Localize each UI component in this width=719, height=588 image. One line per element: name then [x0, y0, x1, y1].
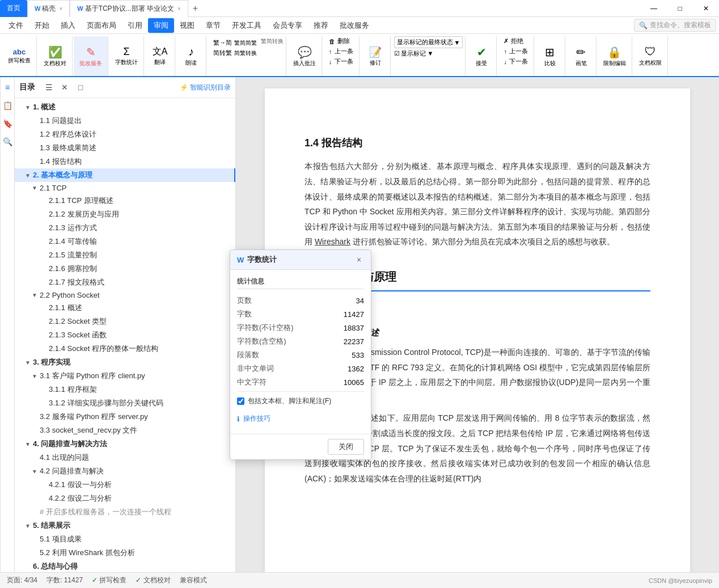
menu-layout[interactable]: 页面布局 [81, 18, 122, 33]
toc-item-4-2-1[interactable]: 4.2.1 假设一与分析 [15, 478, 235, 492]
menu-review-service[interactable]: 批改服务 [334, 18, 375, 33]
sidebar-btn-1[interactable]: ☰ [42, 81, 56, 94]
tab-doc[interactable]: W 基于TCP协议...部署 毕业论文 × [70, 0, 188, 17]
doc-check-btn[interactable]: ✅ 文档校对 [40, 36, 70, 76]
toc-item-2-2-3[interactable]: 2.1.3 Socket 函数 [15, 328, 235, 342]
toc-item-2-1-7[interactable]: 2.1.7 报文段格式 [15, 276, 235, 289]
translate-btn[interactable]: 文A 翻译 [147, 36, 172, 76]
spell-check-btn[interactable]: abc 拼写检查 [5, 36, 34, 76]
toc-item-1[interactable]: ▼ 1. 概述 [15, 100, 235, 114]
tab-home[interactable]: 首页 [0, 0, 27, 17]
toc-item-4-x[interactable]: # 开启多线程服务器，一次连接一个线程 [15, 505, 235, 519]
reject-btn[interactable]: ✗ 拒绝 [500, 36, 531, 46]
toc-item-2-2-2[interactable]: 2.1.2 Socket 类型 [15, 315, 235, 328]
toc-item-2[interactable]: ▼ 2. 基本概念与原理 [15, 168, 235, 182]
toc-item-2-1-6[interactable]: 2.1.6 拥塞控制 [15, 262, 235, 276]
doc-permission-btn[interactable]: 🛡 文档权限 [636, 36, 665, 76]
sidebar-btn-3[interactable]: □ [74, 81, 87, 94]
delete-btn[interactable]: 🗑 删除 [325, 36, 357, 46]
tab-add[interactable]: + [188, 3, 202, 14]
show-markup-btn[interactable]: ☑ 显示标记 ▼ [394, 49, 463, 58]
toc-item-2-1-5[interactable]: 2.1.5 流量控制 [15, 248, 235, 262]
toc-item-1-1[interactable]: 1.1 问题提出 [15, 114, 235, 128]
smart-toc-btn[interactable]: ⚡ 智能识别目录 [180, 83, 231, 92]
tab-home-label: 首页 [7, 3, 20, 13]
toc-item-1-3[interactable]: 1.3 最终成果简述 [15, 141, 235, 155]
maximize-btn[interactable]: □ [667, 0, 693, 17]
restrict-edit-btn[interactable]: 🔒 限制编辑 [600, 36, 629, 76]
toc-item-2-2-1[interactable]: 2.1.1 概述 [15, 301, 235, 315]
toc-item-2-2-4[interactable]: 2.1.4 Socket 程序的整体一般结构 [15, 342, 235, 356]
toc-item-2-1[interactable]: ▼ 2.1 TCP [15, 182, 235, 194]
sidebar-btn-2[interactable]: ✕ [58, 81, 71, 94]
tab-wps[interactable]: W 稿壳 × [27, 0, 70, 17]
menu-search[interactable]: 🔍 查找命令、搜索模板 [634, 19, 716, 32]
panel-icon-3[interactable]: 🔖 [2, 118, 13, 129]
menu-insert[interactable]: 插入 [55, 18, 81, 33]
tab-wps-close[interactable]: × [59, 6, 62, 12]
status-compat: 兼容模式 [180, 576, 207, 585]
menu-chapter[interactable]: 章节 [200, 18, 226, 33]
panel-icon-4[interactable]: 🔍 [2, 136, 13, 147]
menu-recommend[interactable]: 推荐 [308, 18, 334, 33]
toc-item-3-1-1[interactable]: 3.1.1 程序框架 [15, 383, 235, 396]
toc-item-2-2[interactable]: ▼ 2.2 Python Socket [15, 289, 235, 301]
modal-tips-row[interactable]: ℹ 操作技巧 [237, 411, 364, 427]
minimize-btn[interactable]: — [641, 0, 667, 17]
toc-item-5[interactable]: ▼ 5. 结果展示 [15, 519, 235, 532]
menu-file[interactable]: 文件 [3, 18, 29, 33]
correction-btn[interactable]: ✎ 批改服务 [76, 36, 105, 76]
insert-comment-btn[interactable]: 💬 插入批注 [290, 36, 319, 76]
modal-close-btn[interactable]: × [354, 255, 364, 265]
panel-icon-1[interactable]: ≡ [2, 82, 13, 93]
toc-item-4-2[interactable]: ▼ 4.2 问题排查与解决 [15, 464, 235, 478]
prev-comment-btn[interactable]: ↑ 上一条 [325, 46, 357, 56]
toc-label-2-2: 2.2 Python Socket [40, 291, 100, 299]
toc-item-2-1-1[interactable]: 2.1.1 TCP 原理概述 [15, 194, 235, 208]
menu-start[interactable]: 开始 [29, 18, 55, 33]
toc-label-1: 1. 概述 [33, 102, 56, 112]
toc-item-5-2[interactable]: 5.2 利用 WireShark 抓包分析 [15, 546, 235, 560]
toc-label-2-2-3: 2.1.3 Socket 函数 [49, 330, 107, 340]
toc-item-3-1[interactable]: ▼ 3.1 客户端 Python 程序 client.py [15, 369, 235, 383]
menu-review[interactable]: 审阅 [148, 18, 174, 33]
fanjian-btn[interactable]: 繁→简 繁简简繁 [210, 36, 260, 48]
toc-item-4-1[interactable]: 4.1 出现的问题 [15, 451, 235, 464]
close-btn[interactable]: ✕ [693, 0, 719, 17]
include-textbox-checkbox[interactable] [237, 397, 244, 405]
panel-icon-2[interactable]: 📋 [2, 100, 13, 111]
menu-member[interactable]: 会员专享 [267, 18, 308, 33]
toc-item-3-2[interactable]: 3.2 服务端 Python 程序 server.py [15, 410, 235, 424]
track-changes-btn[interactable]: 📝 修订 [363, 36, 388, 76]
toc-item-5-1[interactable]: 5.1 项目成果 [15, 532, 235, 546]
toc-item-3[interactable]: ▼ 3. 程序实现 [15, 356, 235, 369]
modal-close-button[interactable]: 关闭 [328, 439, 364, 455]
next-comment-btn[interactable]: ↓ 下一条 [325, 57, 357, 66]
ribbon-permission-group: 🛡 文档权限 [633, 36, 668, 76]
menu-devtools[interactable]: 开发工具 [226, 18, 267, 33]
toc-item-2-1-4[interactable]: 2.1.4 可靠传输 [15, 235, 235, 248]
menu-view[interactable]: 视图 [174, 18, 200, 33]
accept-btn[interactable]: ✔ 接受 [469, 36, 494, 76]
toc-item-2-1-3[interactable]: 2.1.3 运作方式 [15, 221, 235, 235]
next-change-btn[interactable]: ↓ 下一条 [500, 57, 531, 66]
toc-item-4[interactable]: ▼ 4. 问题排查与解决方法 [15, 437, 235, 451]
modal-checkbox-row[interactable]: 包括文本框、脚注和尾注(F) [237, 391, 364, 411]
toc-item-3-1-2[interactable]: 3.1.2 详细实现步骤与部分关键代码 [15, 396, 235, 410]
toc-item-3-3[interactable]: 3.3 socket_send_recv.py 文件 [15, 424, 235, 437]
toc-item-6[interactable]: 6. 总结与心得 [15, 560, 235, 572]
toc-item-1-2[interactable]: 1.2 程序总体设计 [15, 128, 235, 141]
toc-item-4-2-2[interactable]: 4.2.2 假设二与分析 [15, 492, 235, 505]
menu-ref[interactable]: 引用 [122, 18, 148, 33]
tab-wps-label: 稿壳 [42, 4, 56, 14]
read-aloud-btn[interactable]: ♪ 朗读 [179, 36, 204, 76]
toc-item-1-4[interactable]: 1.4 报告结构 [15, 155, 235, 168]
display-mode-dropdown[interactable]: 显示标记的最终状态 ▼ [394, 36, 463, 48]
prev-change-btn[interactable]: ↑ 上一条 [500, 46, 531, 56]
pen-btn[interactable]: ✏ 画笔 [569, 36, 594, 76]
jianfan-btn[interactable]: 简转繁 简繁转换 [210, 48, 260, 58]
toc-item-2-1-2[interactable]: 2.1.2 发展历史与应用 [15, 208, 235, 221]
word-count-btn[interactable]: Σ 字数统计 [112, 36, 141, 76]
compare-btn[interactable]: ⊞ 比较 [538, 36, 562, 76]
tab-doc-close[interactable]: × [177, 6, 181, 12]
